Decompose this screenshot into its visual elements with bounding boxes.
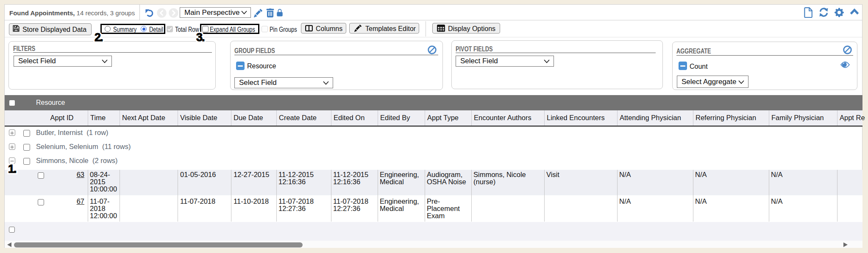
- svg-text:1.: 1.: [8, 163, 16, 175]
- svg-text:2.: 2.: [95, 31, 103, 44]
- svg-text:3.: 3.: [196, 31, 204, 44]
